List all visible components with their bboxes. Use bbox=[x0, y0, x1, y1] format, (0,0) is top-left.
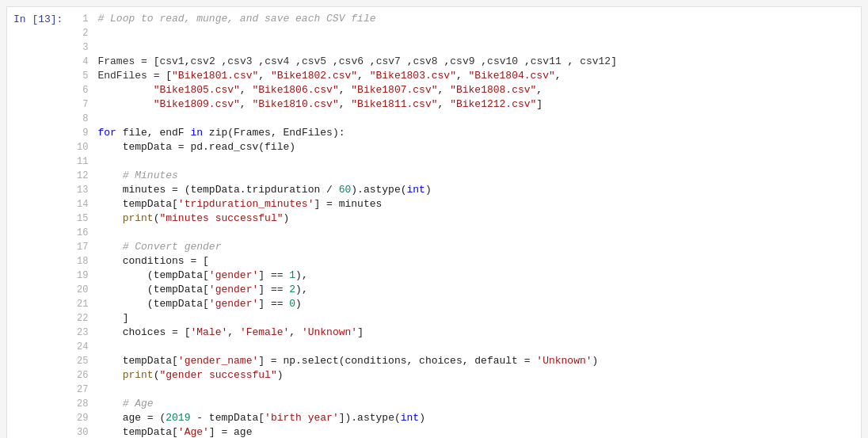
token: 'gender' bbox=[209, 284, 258, 295]
code-line: 14 tempData['tripduration_minutes'] = mi… bbox=[75, 197, 861, 211]
line-content: choices = ['Male', 'Female', 'Unknown'] bbox=[97, 326, 364, 340]
token: "Bike1803.csv" bbox=[370, 70, 456, 82]
line-number: 27 bbox=[75, 383, 97, 397]
code-line: 22 ] bbox=[75, 311, 861, 326]
code-line: 5EndFiles = ["Bike1801.csv", "Bike1802.c… bbox=[75, 69, 861, 83]
token: ).astype( bbox=[351, 184, 406, 196]
line-number: 30 bbox=[75, 425, 97, 438]
token: zip(Frames, EndFiles): bbox=[203, 127, 345, 139]
token: ) bbox=[592, 355, 599, 367]
token: , bbox=[240, 84, 253, 96]
token: tempData[ bbox=[97, 426, 177, 438]
token: csv10 bbox=[487, 55, 518, 67]
token: csv7 bbox=[376, 55, 401, 67]
token: = [ bbox=[147, 70, 172, 82]
token: 'gender' bbox=[209, 269, 258, 281]
token: minutes = (tempData.tripduration / bbox=[97, 184, 338, 196]
token: , bbox=[536, 84, 542, 96]
token: csv8 bbox=[413, 55, 437, 67]
token: for bbox=[97, 127, 116, 139]
token: 60 bbox=[339, 184, 352, 196]
token: "Bike1806.csv" bbox=[252, 84, 338, 96]
line-content: # Minutes bbox=[97, 169, 177, 183]
token: ] bbox=[357, 326, 364, 338]
token: # Convert gender bbox=[123, 241, 222, 253]
token: ] = age bbox=[209, 426, 253, 438]
token: ) bbox=[284, 212, 290, 224]
token: choices = [ bbox=[97, 326, 190, 338]
line-number: 12 bbox=[75, 169, 97, 183]
code-line: 27 bbox=[75, 383, 861, 397]
line-content: # Loop to read, munge, and save each CSV… bbox=[97, 12, 375, 26]
code-area[interactable]: 1# Loop to read, munge, and save each CS… bbox=[69, 7, 861, 438]
token: , bbox=[475, 55, 488, 67]
code-line: 25 tempData['gender_name'] = np.select(c… bbox=[75, 354, 861, 368]
code-line: 17 # Convert gender bbox=[75, 240, 861, 254]
token: 0 bbox=[289, 298, 295, 310]
token: ] = minutes bbox=[314, 198, 382, 210]
code-line: 11 bbox=[75, 154, 861, 169]
token: (tempData[ bbox=[97, 284, 208, 295]
token: , bbox=[438, 84, 451, 96]
code-line: 19 (tempData['gender'] == 1), bbox=[75, 269, 861, 283]
code-line: 30 tempData['Age'] = age bbox=[75, 425, 861, 438]
token: ] bbox=[611, 55, 617, 67]
token: , bbox=[258, 70, 271, 82]
line-number: 7 bbox=[75, 97, 97, 112]
token: ), bbox=[295, 284, 308, 295]
line-content: tempData = pd.read_csv(file) bbox=[97, 140, 295, 154]
line-number: 20 bbox=[75, 283, 97, 297]
token: , bbox=[253, 55, 265, 67]
token: ] bbox=[97, 312, 128, 324]
token: , bbox=[339, 98, 352, 110]
token: "Bike1811.csv" bbox=[351, 98, 437, 110]
line-content: print("minutes successful") bbox=[97, 211, 289, 226]
token: , bbox=[438, 98, 451, 110]
token: , bbox=[562, 55, 580, 67]
line-content: "Bike1809.csv", "Bike1810.csv", "Bike181… bbox=[97, 97, 542, 112]
token: # Loop to read, munge, and save each CSV… bbox=[97, 13, 375, 25]
line-content: (tempData['gender'] == 1), bbox=[97, 269, 307, 283]
token: print bbox=[123, 212, 154, 224]
token: print bbox=[123, 369, 154, 381]
token: , bbox=[518, 55, 531, 67]
line-content: tempData['Age'] = age bbox=[97, 425, 252, 438]
line-number: 28 bbox=[75, 397, 97, 411]
token: , bbox=[555, 70, 562, 82]
token: EndFiles bbox=[97, 70, 147, 82]
token bbox=[97, 212, 122, 224]
token: 'tripduration_minutes' bbox=[178, 198, 314, 210]
line-number: 11 bbox=[75, 154, 97, 169]
line-number: 29 bbox=[75, 411, 97, 425]
token: ) bbox=[295, 298, 302, 310]
token: (tempData[ bbox=[97, 298, 208, 310]
line-content: ] bbox=[97, 311, 128, 326]
token: ) bbox=[419, 412, 425, 424]
line-content: "Bike1805.csv", "Bike1806.csv", "Bike180… bbox=[97, 83, 542, 97]
token: ] bbox=[536, 98, 542, 110]
code-line: 13 minutes = (tempData.tripduration / 60… bbox=[75, 183, 861, 197]
token: csv11 bbox=[531, 55, 562, 67]
token: , bbox=[438, 55, 451, 67]
token: ] == bbox=[258, 284, 289, 295]
line-number: 24 bbox=[75, 340, 97, 354]
token bbox=[97, 84, 153, 96]
token: "Bike1804.csv" bbox=[469, 70, 555, 82]
token: ] == bbox=[258, 298, 289, 310]
token: ]).astype( bbox=[339, 412, 401, 424]
token: , bbox=[227, 326, 240, 338]
token: , bbox=[240, 98, 253, 110]
token: csv4 bbox=[265, 55, 289, 67]
token: "Bike1805.csv" bbox=[154, 84, 240, 96]
token: = [ bbox=[135, 55, 159, 67]
code-line: 12 # Minutes bbox=[75, 169, 861, 183]
token: file, endF bbox=[116, 127, 191, 139]
code-line: 3 bbox=[75, 40, 861, 55]
token: "Bike1801.csv" bbox=[172, 70, 258, 82]
line-number: 8 bbox=[75, 112, 97, 126]
token: , bbox=[401, 55, 413, 67]
token: (tempData[ bbox=[97, 269, 208, 281]
line-content: # Convert gender bbox=[97, 240, 221, 254]
code-line: 29 age = (2019 - tempData['birth year'])… bbox=[75, 411, 861, 425]
token: tempData[ bbox=[97, 355, 177, 367]
